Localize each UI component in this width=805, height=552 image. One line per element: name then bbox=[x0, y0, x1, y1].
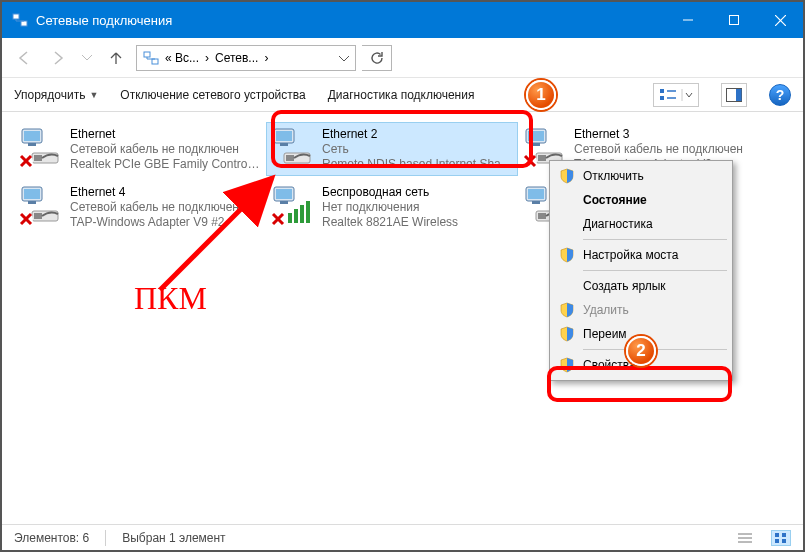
svg-rect-47 bbox=[288, 213, 292, 223]
close-button[interactable] bbox=[757, 2, 803, 38]
svg-rect-19 bbox=[34, 155, 42, 161]
address-bar[interactable]: « Вс... › Сетев... › bbox=[136, 45, 356, 71]
svg-rect-32 bbox=[538, 155, 546, 161]
svg-rect-6 bbox=[144, 52, 150, 57]
svg-rect-0 bbox=[13, 14, 19, 19]
status-selection: Выбран 1 элемент bbox=[122, 531, 225, 545]
svg-rect-27 bbox=[286, 155, 294, 161]
svg-rect-65 bbox=[775, 539, 779, 543]
connection-item[interactable]: Ethernet 4Сетевой кабель не подключенTAP… bbox=[14, 180, 266, 234]
svg-rect-14 bbox=[736, 89, 742, 101]
connection-status: Нет подключения bbox=[322, 200, 458, 215]
svg-rect-25 bbox=[280, 143, 288, 146]
toolbar-label: Диагностика подключения bbox=[328, 88, 475, 102]
connection-text: Беспроводная сетьНет подключенияRealtek … bbox=[322, 183, 458, 231]
maximize-button[interactable] bbox=[711, 2, 757, 38]
breadcrumb-part[interactable]: « Вс... bbox=[165, 51, 199, 65]
breadcrumb-part[interactable]: Сетев... bbox=[215, 51, 258, 65]
minimize-button[interactable] bbox=[665, 2, 711, 38]
context-menu-label: Переим bbox=[583, 327, 627, 341]
connection-item[interactable]: Ethernet 2СетьRemote NDIS based Internet… bbox=[266, 122, 518, 176]
network-adapter-icon bbox=[18, 183, 62, 227]
shield-icon bbox=[559, 168, 575, 184]
svg-rect-64 bbox=[782, 533, 786, 537]
organize-menu[interactable]: Упорядочить ▼ bbox=[14, 88, 98, 102]
window-title: Сетевые подключения bbox=[36, 13, 665, 28]
context-menu-item[interactable]: Состояние bbox=[553, 188, 729, 212]
network-adapter-icon bbox=[270, 125, 314, 169]
context-menu-label: Создать ярлык bbox=[583, 279, 666, 293]
network-connections-icon bbox=[143, 50, 159, 66]
status-item-count: Элементов: 6 bbox=[14, 531, 89, 545]
connection-item[interactable]: Беспроводная сетьНет подключенияRealtek … bbox=[266, 180, 518, 234]
network-adapter-icon bbox=[270, 183, 314, 227]
large-icons-view-button[interactable] bbox=[771, 530, 791, 546]
preview-pane-button[interactable] bbox=[721, 83, 747, 107]
svg-rect-46 bbox=[280, 201, 288, 204]
connection-name: Ethernet 2 bbox=[322, 127, 514, 142]
refresh-button[interactable] bbox=[362, 45, 392, 71]
annotation-badge-2: 2 bbox=[626, 336, 656, 366]
context-menu-label: Состояние bbox=[583, 193, 647, 207]
svg-rect-7 bbox=[152, 59, 158, 64]
details-view-button[interactable] bbox=[735, 530, 755, 546]
svg-rect-49 bbox=[300, 205, 304, 223]
diagnose-button[interactable]: Диагностика подключения bbox=[328, 88, 475, 102]
connection-name: Беспроводная сеть bbox=[322, 185, 458, 200]
help-button[interactable]: ? bbox=[769, 84, 791, 106]
annotation-label: ПКМ bbox=[134, 280, 207, 317]
context-menu-label: Отключить bbox=[583, 169, 644, 183]
context-menu-item[interactable]: Отключить bbox=[553, 164, 729, 188]
connection-adapter: Realtek 8821AE Wireless bbox=[322, 215, 458, 230]
svg-rect-38 bbox=[28, 201, 36, 204]
svg-rect-48 bbox=[294, 209, 298, 223]
view-options-button[interactable] bbox=[653, 83, 699, 107]
svg-rect-16 bbox=[24, 131, 40, 141]
command-bar: Упорядочить ▼ Отключение сетевого устрой… bbox=[2, 78, 803, 112]
connection-item[interactable]: EthernetСетевой кабель не подключенRealt… bbox=[14, 122, 266, 176]
context-menu-label: Диагностика bbox=[583, 217, 653, 231]
svg-rect-56 bbox=[532, 201, 540, 204]
svg-rect-9 bbox=[660, 96, 664, 100]
context-menu-item[interactable]: Создать ярлык bbox=[553, 274, 729, 298]
nav-back-button[interactable] bbox=[10, 44, 38, 72]
status-bar: Элементов: 6 Выбран 1 элемент bbox=[2, 524, 803, 550]
network-connections-icon bbox=[12, 12, 28, 28]
svg-rect-58 bbox=[538, 213, 546, 219]
svg-rect-24 bbox=[276, 131, 292, 141]
svg-rect-55 bbox=[528, 189, 544, 199]
svg-rect-29 bbox=[528, 131, 544, 141]
shield-icon bbox=[559, 326, 575, 342]
nav-recent-dropdown[interactable] bbox=[78, 44, 96, 72]
svg-rect-30 bbox=[532, 143, 540, 146]
context-menu-label: Удалить bbox=[583, 303, 629, 317]
connection-adapter: Realtek PCIe GBE Family Controller bbox=[70, 157, 262, 172]
network-adapter-icon bbox=[18, 125, 62, 169]
chevron-right-icon: › bbox=[264, 51, 268, 65]
annotation-badge-1: 1 bbox=[526, 80, 556, 110]
svg-rect-17 bbox=[28, 143, 36, 146]
nav-up-button[interactable] bbox=[102, 44, 130, 72]
shield-icon bbox=[559, 247, 575, 263]
connection-status: Сетевой кабель не подключен bbox=[574, 142, 743, 157]
connection-status: Сетевой кабель не подключен bbox=[70, 142, 262, 157]
svg-rect-37 bbox=[24, 189, 40, 199]
chevron-right-icon: › bbox=[205, 51, 209, 65]
address-dropdown-icon[interactable] bbox=[339, 51, 349, 65]
shield-icon bbox=[559, 302, 575, 318]
context-menu-item[interactable]: Диагностика bbox=[553, 212, 729, 236]
shield-icon bbox=[559, 357, 575, 373]
nav-forward-button[interactable] bbox=[44, 44, 72, 72]
connection-text: Ethernet 2СетьRemote NDIS based Internet… bbox=[322, 125, 514, 173]
context-menu-label: Настройка моста bbox=[583, 248, 678, 262]
context-menu-item[interactable]: Настройка моста bbox=[553, 243, 729, 267]
connection-status: Сетевой кабель не подключен bbox=[70, 200, 239, 215]
disable-device-button[interactable]: Отключение сетевого устройства bbox=[120, 88, 305, 102]
svg-rect-8 bbox=[660, 89, 664, 93]
connection-text: EthernetСетевой кабель не подключенRealt… bbox=[70, 125, 262, 173]
context-menu-label: Свойства bbox=[583, 358, 636, 372]
connection-text: Ethernet 4Сетевой кабель не подключенTAP… bbox=[70, 183, 239, 231]
menu-separator bbox=[583, 270, 727, 271]
svg-rect-63 bbox=[775, 533, 779, 537]
address-bar-row: « Вс... › Сетев... › bbox=[2, 38, 803, 78]
